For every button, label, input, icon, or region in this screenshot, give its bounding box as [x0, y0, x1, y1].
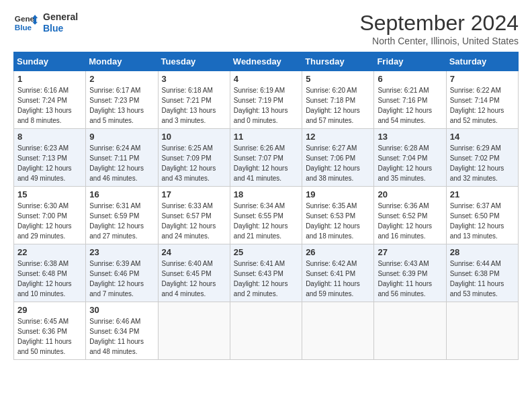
weekday-header-monday: Monday	[86, 52, 158, 71]
day-info: Sunrise: 6:28 AMSunset: 7:04 PMDaylight:…	[378, 143, 442, 183]
day-number: 28	[450, 247, 515, 257]
day-number: 18	[234, 189, 298, 199]
day-info: Sunrise: 6:22 AMSunset: 7:14 PMDaylight:…	[450, 85, 515, 126]
calendar-cell	[374, 302, 446, 360]
logo: General Blue General Blue	[13, 11, 78, 35]
day-number: 4	[234, 74, 298, 84]
calendar-cell: 17Sunrise: 6:33 AMSunset: 6:57 PMDayligh…	[158, 187, 230, 244]
day-info: Sunrise: 6:26 AMSunset: 7:07 PMDaylight:…	[234, 143, 298, 183]
calendar-cell	[446, 302, 518, 360]
calendar-cell: 18Sunrise: 6:34 AMSunset: 6:55 PMDayligh…	[230, 187, 302, 244]
calendar-cell: 11Sunrise: 6:26 AMSunset: 7:07 PMDayligh…	[230, 129, 302, 187]
calendar-week-4: 22Sunrise: 6:38 AMSunset: 6:48 PMDayligh…	[14, 244, 519, 302]
calendar-cell: 29Sunrise: 6:45 AMSunset: 6:36 PMDayligh…	[14, 302, 86, 360]
calendar-cell: 16Sunrise: 6:31 AMSunset: 6:59 PMDayligh…	[86, 187, 158, 244]
day-number: 5	[306, 74, 370, 84]
day-number: 16	[89, 189, 154, 199]
day-number: 19	[306, 189, 370, 199]
calendar-week-2: 8Sunrise: 6:23 AMSunset: 7:13 PMDaylight…	[14, 129, 519, 187]
calendar-cell: 28Sunrise: 6:44 AMSunset: 6:38 PMDayligh…	[446, 244, 518, 302]
page-header: General Blue General Blue September 2024…	[13, 11, 519, 46]
day-info: Sunrise: 6:44 AMSunset: 6:38 PMDaylight:…	[450, 259, 515, 299]
day-info: Sunrise: 6:17 AMSunset: 7:23 PMDaylight:…	[89, 85, 154, 126]
day-info: Sunrise: 6:16 AMSunset: 7:24 PMDaylight:…	[17, 85, 82, 126]
weekday-header-tuesday: Tuesday	[158, 52, 230, 71]
day-info: Sunrise: 6:33 AMSunset: 6:57 PMDaylight:…	[162, 201, 226, 241]
calendar-cell: 15Sunrise: 6:30 AMSunset: 7:00 PMDayligh…	[14, 187, 86, 244]
calendar-week-5: 29Sunrise: 6:45 AMSunset: 6:36 PMDayligh…	[14, 302, 519, 360]
calendar-cell: 23Sunrise: 6:39 AMSunset: 6:46 PMDayligh…	[86, 244, 158, 302]
calendar-cell: 9Sunrise: 6:24 AMSunset: 7:11 PMDaylight…	[86, 129, 158, 187]
day-info: Sunrise: 6:37 AMSunset: 6:50 PMDaylight:…	[450, 201, 515, 241]
calendar-cell: 8Sunrise: 6:23 AMSunset: 7:13 PMDaylight…	[14, 129, 86, 187]
day-number: 2	[89, 74, 154, 84]
day-info: Sunrise: 6:25 AMSunset: 7:09 PMDaylight:…	[162, 143, 226, 183]
calendar-cell: 12Sunrise: 6:27 AMSunset: 7:06 PMDayligh…	[302, 129, 374, 187]
day-info: Sunrise: 6:45 AMSunset: 6:36 PMDaylight:…	[17, 316, 82, 357]
calendar-cell: 7Sunrise: 6:22 AMSunset: 7:14 PMDaylight…	[446, 71, 518, 129]
calendar-cell: 6Sunrise: 6:21 AMSunset: 7:16 PMDaylight…	[374, 71, 446, 129]
day-number: 26	[306, 247, 370, 257]
logo-icon: General Blue	[13, 11, 38, 35]
day-info: Sunrise: 6:27 AMSunset: 7:06 PMDaylight:…	[306, 143, 370, 183]
weekday-header-wednesday: Wednesday	[230, 52, 302, 71]
day-info: Sunrise: 6:18 AMSunset: 7:21 PMDaylight:…	[162, 85, 226, 126]
day-info: Sunrise: 6:19 AMSunset: 7:19 PMDaylight:…	[234, 85, 298, 126]
day-info: Sunrise: 6:31 AMSunset: 6:59 PMDaylight:…	[89, 201, 154, 241]
day-info: Sunrise: 6:42 AMSunset: 6:41 PMDaylight:…	[306, 259, 370, 299]
calendar-cell: 26Sunrise: 6:42 AMSunset: 6:41 PMDayligh…	[302, 244, 374, 302]
day-info: Sunrise: 6:40 AMSunset: 6:45 PMDaylight:…	[162, 259, 226, 299]
day-info: Sunrise: 6:35 AMSunset: 6:53 PMDaylight:…	[306, 201, 370, 241]
day-info: Sunrise: 6:21 AMSunset: 7:16 PMDaylight:…	[378, 85, 442, 126]
weekday-header-row: SundayMondayTuesdayWednesdayThursdayFrid…	[14, 52, 519, 71]
day-number: 14	[450, 132, 515, 142]
calendar-cell: 4Sunrise: 6:19 AMSunset: 7:19 PMDaylight…	[230, 71, 302, 129]
calendar-cell: 13Sunrise: 6:28 AMSunset: 7:04 PMDayligh…	[374, 129, 446, 187]
calendar-cell	[302, 302, 374, 360]
day-number: 6	[378, 74, 442, 84]
day-number: 12	[306, 132, 370, 142]
day-info: Sunrise: 6:46 AMSunset: 6:34 PMDaylight:…	[89, 316, 154, 357]
weekday-header-sunday: Sunday	[14, 52, 86, 71]
day-number: 11	[234, 132, 298, 142]
day-info: Sunrise: 6:38 AMSunset: 6:48 PMDaylight:…	[17, 259, 82, 299]
day-number: 8	[17, 132, 82, 142]
day-number: 21	[450, 189, 515, 199]
day-info: Sunrise: 6:34 AMSunset: 6:55 PMDaylight:…	[234, 201, 298, 241]
calendar-cell: 20Sunrise: 6:36 AMSunset: 6:52 PMDayligh…	[374, 187, 446, 244]
day-number: 25	[234, 247, 298, 257]
day-info: Sunrise: 6:36 AMSunset: 6:52 PMDaylight:…	[378, 201, 442, 241]
calendar-cell	[158, 302, 230, 360]
calendar-week-3: 15Sunrise: 6:30 AMSunset: 7:00 PMDayligh…	[14, 187, 519, 244]
calendar-cell: 25Sunrise: 6:41 AMSunset: 6:43 PMDayligh…	[230, 244, 302, 302]
day-info: Sunrise: 6:41 AMSunset: 6:43 PMDaylight:…	[234, 259, 298, 299]
day-number: 22	[17, 247, 82, 257]
day-number: 17	[162, 189, 226, 199]
calendar-table: SundayMondayTuesdayWednesdayThursdayFrid…	[13, 52, 519, 360]
weekday-header-friday: Friday	[374, 52, 446, 71]
calendar-cell: 5Sunrise: 6:20 AMSunset: 7:18 PMDaylight…	[302, 71, 374, 129]
title-area: September 2024 North Center, Illinois, U…	[359, 11, 519, 46]
weekday-header-saturday: Saturday	[446, 52, 518, 71]
day-info: Sunrise: 6:20 AMSunset: 7:18 PMDaylight:…	[306, 85, 370, 126]
svg-text:Blue: Blue	[15, 23, 32, 32]
month-title: September 2024	[359, 11, 519, 36]
day-number: 3	[162, 74, 226, 84]
day-info: Sunrise: 6:39 AMSunset: 6:46 PMDaylight:…	[89, 259, 154, 299]
day-number: 15	[17, 189, 82, 199]
calendar-cell: 10Sunrise: 6:25 AMSunset: 7:09 PMDayligh…	[158, 129, 230, 187]
weekday-header-thursday: Thursday	[302, 52, 374, 71]
calendar-cell: 14Sunrise: 6:29 AMSunset: 7:02 PMDayligh…	[446, 129, 518, 187]
calendar-cell: 27Sunrise: 6:43 AMSunset: 6:39 PMDayligh…	[374, 244, 446, 302]
day-info: Sunrise: 6:29 AMSunset: 7:02 PMDaylight:…	[450, 143, 515, 183]
calendar-cell: 19Sunrise: 6:35 AMSunset: 6:53 PMDayligh…	[302, 187, 374, 244]
day-number: 20	[378, 189, 442, 199]
day-number: 29	[17, 305, 82, 315]
calendar-cell: 3Sunrise: 6:18 AMSunset: 7:21 PMDaylight…	[158, 71, 230, 129]
day-number: 30	[89, 305, 154, 315]
calendar-cell: 1Sunrise: 6:16 AMSunset: 7:24 PMDaylight…	[14, 71, 86, 129]
calendar-cell: 24Sunrise: 6:40 AMSunset: 6:45 PMDayligh…	[158, 244, 230, 302]
day-number: 9	[89, 132, 154, 142]
day-number: 27	[378, 247, 442, 257]
day-number: 10	[162, 132, 226, 142]
